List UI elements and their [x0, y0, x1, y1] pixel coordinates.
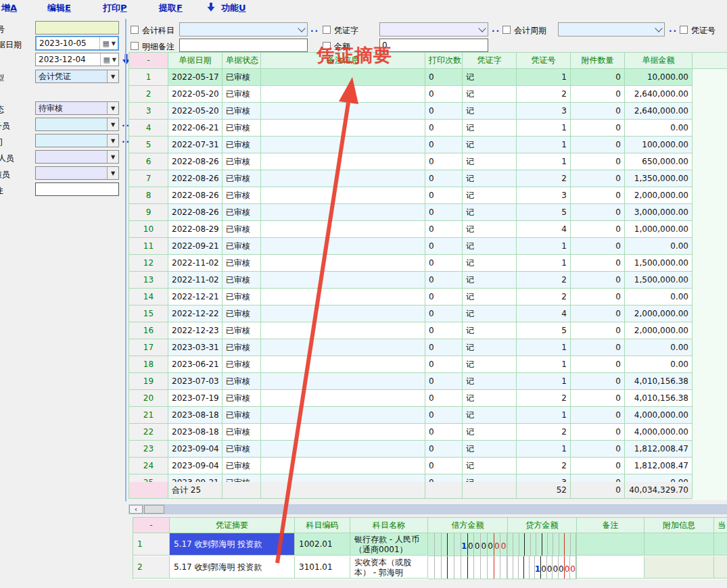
cell-date[interactable]: 2022-11-02: [168, 272, 222, 289]
cell-status[interactable]: 已审核: [222, 390, 261, 407]
cell-amount[interactable]: 1,812,008.47: [625, 458, 693, 474]
cell-note[interactable]: [261, 69, 425, 86]
cell-attachments[interactable]: 0: [571, 407, 625, 424]
cell-voucher-no[interactable]: 2: [517, 390, 571, 407]
table-row[interactable]: 102022-08-29已审核0记401,000,000.00: [129, 221, 693, 238]
table-row[interactable]: 182023-06-21已审核0记100.00: [129, 356, 693, 373]
cell-print-count[interactable]: 0: [425, 255, 463, 272]
table-row[interactable]: 72022-08-26已审核0记201,350,000.00: [129, 170, 693, 187]
cell-status[interactable]: 已审核: [222, 204, 261, 221]
cell-date[interactable]: 2022-08-26: [168, 204, 222, 221]
cell-extra-info[interactable]: [644, 533, 714, 556]
code-input[interactable]: [35, 21, 119, 34]
cell-voucher-word[interactable]: 记: [463, 424, 517, 441]
entry-row[interactable]: 15.17 收到郭海明 投资款1002.01银行存款 - 人民币（通商0001）…: [133, 533, 727, 556]
cell-date[interactable]: 2022-11-02: [168, 255, 222, 272]
cell-attachments[interactable]: 0: [571, 137, 625, 153]
menu-edit-button[interactable]: 编辑E: [47, 2, 71, 14]
cell-attachments[interactable]: 0: [571, 187, 625, 204]
cell-amount[interactable]: 2,640,000.00: [625, 86, 693, 103]
table-row[interactable]: 132022-11-02已审核0记201,500,000.00: [129, 272, 693, 289]
cell-note[interactable]: [261, 187, 425, 204]
cell-note[interactable]: [261, 339, 425, 356]
table-row[interactable]: 112022-09-21已审核0记100.00: [129, 238, 693, 255]
cell-account-code[interactable]: 1002.01: [295, 533, 350, 556]
cell-print-count[interactable]: 0: [425, 204, 463, 221]
cell-status[interactable]: 已审核: [222, 441, 261, 458]
table-row[interactable]: 142022-12-21已审核0记200.00: [129, 289, 693, 305]
cell-date[interactable]: 2022-12-23: [168, 322, 222, 339]
cell-status[interactable]: 已审核: [222, 187, 261, 204]
cell-voucher-word[interactable]: 记: [463, 153, 517, 170]
calendar-icon[interactable]: ▦▼: [100, 53, 118, 66]
cell-row-number[interactable]: 18: [129, 356, 168, 373]
cell-voucher-no[interactable]: 1: [517, 407, 571, 424]
cell-attachments[interactable]: 0: [571, 272, 625, 289]
cell-print-count[interactable]: 0: [425, 322, 463, 339]
cell-voucher-word[interactable]: 记: [463, 373, 517, 390]
cell-status[interactable]: 已审核: [222, 170, 261, 187]
cell-attachments[interactable]: 0: [571, 86, 625, 103]
cell-attachments[interactable]: 0: [571, 255, 625, 272]
cell-voucher-word[interactable]: 记: [463, 137, 517, 153]
menu-print-button[interactable]: 打印P: [103, 2, 127, 14]
cell-amount[interactable]: 1,500,000.00: [625, 272, 693, 289]
cell-extra-info[interactable]: [644, 556, 714, 579]
cell-attachments[interactable]: 0: [571, 289, 625, 305]
cell-attachments[interactable]: 0: [571, 441, 625, 458]
cell-voucher-no[interactable]: 1: [517, 153, 571, 170]
cell-voucher-word[interactable]: 记: [463, 120, 517, 137]
cell-date[interactable]: 2022-05-17: [168, 69, 222, 86]
cell-status[interactable]: 已审核: [222, 137, 261, 153]
table-row[interactable]: 212023-08-18已审核0记104,000,000.00: [129, 407, 693, 424]
cell-date[interactable]: 2023-08-18: [168, 424, 222, 441]
cell-date[interactable]: 2022-12-22: [168, 305, 222, 322]
table-row[interactable]: 222023-08-18已审核0记204,000,000.00: [129, 424, 693, 441]
cell-voucher-no[interactable]: 2: [517, 86, 571, 103]
cell-voucher-word[interactable]: 记: [463, 204, 517, 221]
cell-note[interactable]: [261, 322, 425, 339]
voucher-word-filter-select[interactable]: [379, 22, 488, 36]
menu-add-button[interactable]: 增A: [1, 2, 17, 14]
cell-row-number[interactable]: 7: [129, 170, 168, 187]
cell-amount[interactable]: 4,010,156.38: [625, 373, 693, 390]
cell-date[interactable]: 2022-06-21: [168, 120, 222, 137]
cell-credit-amount[interactable]: [508, 533, 577, 556]
cell-attachments[interactable]: 0: [571, 221, 625, 238]
cell-amount[interactable]: 0.00: [625, 289, 693, 305]
cell-row-number[interactable]: 9: [129, 204, 168, 221]
cell-row-number[interactable]: 1: [133, 533, 170, 556]
cell-debit-amount[interactable]: [428, 556, 508, 579]
cell-amount[interactable]: 4,010,156.38: [625, 390, 693, 407]
cell-attachments[interactable]: 0: [571, 373, 625, 390]
cell-note[interactable]: [261, 170, 425, 187]
cell-amount[interactable]: 0.00: [625, 339, 693, 356]
cell-amount[interactable]: 0.00: [625, 356, 693, 373]
table-row[interactable]: 162022-12-23已审核0记502,000,000.00: [129, 322, 693, 339]
cell-voucher-no[interactable]: 1: [517, 441, 571, 458]
cell-print-count[interactable]: 0: [425, 238, 463, 255]
cell-note[interactable]: [261, 424, 425, 441]
cell-date[interactable]: 2023-09-21: [168, 474, 222, 482]
cell-voucher-no[interactable]: 1: [517, 238, 571, 255]
horizontal-scrollbar[interactable]: ‹: [128, 504, 727, 514]
cell-amount[interactable]: 2,000,000.00: [625, 187, 693, 204]
cell-note[interactable]: [261, 272, 425, 289]
cell-date[interactable]: 2023-09-04: [168, 441, 222, 458]
cell-voucher-no[interactable]: 4: [517, 221, 571, 238]
clerk-select[interactable]: ▼: [35, 118, 119, 131]
cell-print-count[interactable]: 0: [425, 458, 463, 474]
maker-select[interactable]: ▼: [35, 150, 119, 164]
cell-note[interactable]: [577, 556, 644, 579]
cell-row-number[interactable]: 3: [129, 103, 168, 120]
cell-note[interactable]: [577, 533, 644, 556]
cell-print-count[interactable]: 0: [425, 441, 463, 458]
cell-status[interactable]: 已审核: [222, 339, 261, 356]
cell-status[interactable]: 已审核: [222, 221, 261, 238]
table-row[interactable]: 82022-08-26已审核0记302,000,000.00: [129, 187, 693, 204]
cell-credit-amount[interactable]: 1000000: [508, 556, 577, 579]
cell-voucher-word[interactable]: 记: [463, 322, 517, 339]
cell-row-number[interactable]: 19: [129, 373, 168, 390]
cell-print-count[interactable]: 0: [425, 339, 463, 356]
cell-voucher-word[interactable]: 记: [463, 272, 517, 289]
